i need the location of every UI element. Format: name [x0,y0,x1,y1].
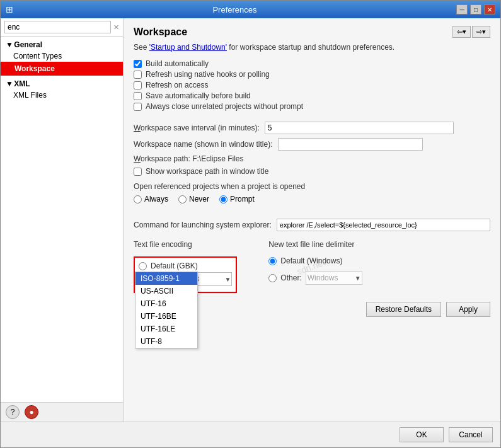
search-clear-icon[interactable]: ✕ [113,23,119,32]
restore-defaults-button[interactable]: Restore Defaults [366,302,441,317]
back-button[interactable]: ⇦ ▾ [452,26,471,38]
tree-item-xml[interactable]: ▼ XML [1,78,123,89]
titlebar: ⊞ Preferences ─ □ ✕ [1,1,500,18]
command-input[interactable] [277,219,490,231]
encoding-option-utf16be[interactable]: UTF-16BE [135,310,197,323]
command-row: Command for launching system explorer: [134,219,490,231]
radio-always-label: Always [144,195,168,204]
save-interval-input[interactable] [265,122,454,134]
encoding-option-utf8[interactable]: UTF-8 [135,335,197,348]
default-delimiter-radio[interactable] [268,257,277,265]
command-label: Command for launching system explorer: [134,221,272,229]
titlebar-left: ⊞ [6,4,13,14]
encoding-delimiter-section: sdn.net/ Text file encoding Default (GBK… [134,240,490,293]
encoding-option-utf16le[interactable]: UTF-16LE [135,323,197,335]
workspace-name-row: Workspace name (shown in window title): [134,138,490,151]
text-encoding-label: Text file encoding [134,240,237,249]
cancel-button[interactable]: Cancel [449,427,493,442]
workspace-name-label: Workspace name (shown in window title): [134,140,273,149]
tree-item-xml-files[interactable]: XML Files [1,89,123,101]
workspace-path-row: Workspace path: F:\Eclipse Files [134,154,490,163]
open-projects-label: Open referenced projects when a project … [134,182,490,191]
save-interval-label: Workspace save interval (in minutes): [134,123,260,132]
workspace-name-input[interactable] [278,138,423,151]
tree-item-workspace[interactable]: Workspace [1,62,123,76]
minimize-button[interactable]: ─ [456,4,468,14]
apply-button[interactable]: Apply [446,302,490,317]
expand-icon-xml: ▼ [6,79,12,88]
build-automatically-checkbox[interactable] [134,60,142,68]
close-button[interactable]: ✕ [484,4,495,14]
open-projects-section: Open referenced projects when a project … [134,182,490,204]
right-panel: Workspace ⇦ ▾ ⇨ ▾ See 'Startup and Shutd… [124,18,500,422]
startup-link[interactable]: 'Startup and Shutdown' [149,43,227,52]
tree-item-general[interactable]: ▼ General [1,39,123,50]
encoding-dropdown-list: ISO-8859-1 US-ASCII UTF-16 UTF-16BE UTF-… [135,272,198,348]
refresh-native-label: Refresh using native hooks or polling [146,70,270,79]
show-path-checkbox[interactable] [134,168,142,176]
close-unrelated-label: Always close unrelated projects without … [146,102,303,111]
refresh-access-checkbox[interactable] [134,81,142,89]
other-delimiter-radio[interactable] [268,274,277,282]
forward-button[interactable]: ⇨ ▾ [472,26,490,38]
stop-icon: ● [29,408,33,416]
stop-button[interactable]: ● [25,405,38,419]
search-bar: ✕ [1,18,123,37]
workspace-label: Workspace [14,64,55,73]
encoding-option-utf16[interactable]: UTF-16 [135,297,197,310]
encoding-option-iso[interactable]: ISO-8859-1 [135,272,197,285]
default-encoding-radio[interactable] [139,262,147,270]
xml-label: XML [14,79,30,88]
radio-group: Always Never Prompt [134,195,490,204]
tree-item-content-types[interactable]: Content Types [1,50,123,62]
xml-files-label: XML Files [13,91,47,100]
show-path-row: Show workspace path in window title [134,167,490,176]
checkbox-refresh-native: Refresh using native hooks or polling [134,70,490,79]
build-automatically-label: Build automatically [146,59,209,68]
delimiter-col: New text file line delimiter Default (Wi… [268,240,362,287]
default-delimiter-label: Default (Windows) [280,256,342,265]
tree-area: ▼ General Content Types Workspace ▼ XML … [1,37,123,402]
other-delimiter-label: Other: [280,273,301,282]
workspace-path-value: F:\Eclipse Files [192,154,243,163]
help-button[interactable]: ? [6,405,20,419]
checkbox-build: Build automatically [134,59,490,68]
default-encoding-label: Default (GBK) [151,261,198,270]
radio-always-input[interactable] [134,195,142,204]
default-delimiter-row: Default (Windows) [268,256,362,265]
help-icon: ? [11,408,15,416]
search-input[interactable] [4,21,111,33]
radio-never-label: Never [189,195,209,204]
new-delimiter-label: New text file line delimiter [268,240,362,249]
radio-prompt-input[interactable] [219,195,227,204]
preferences-window: ⊞ Preferences ─ □ ✕ ✕ ▼ General Content … [0,0,501,448]
nav-arrows: ⇦ ▾ ⇨ ▾ [452,26,490,38]
checkbox-refresh-access: Refresh on access [134,81,490,89]
delimiter-select[interactable]: Windows [306,271,362,285]
close-unrelated-checkbox[interactable] [134,103,142,111]
show-path-label: Show workspace path in window title [146,167,268,176]
radio-never: Never [178,195,209,204]
other-delimiter-row: Other: Windows ▼ [268,271,362,285]
checkboxes-section: Build automatically Refresh using native… [134,59,490,113]
content-types-label: Content Types [13,52,62,60]
encoding-box: Default (GBK) Other: UTF-8 ISO-8859-1 US… [134,256,237,293]
forward-arrow-down: ▾ [482,28,486,36]
general-label: General [14,40,42,49]
maximize-button[interactable]: □ [470,4,481,14]
encoding-option-usascii[interactable]: US-ASCII [135,285,197,297]
refresh-access-label: Refresh on access [146,81,208,89]
refresh-native-checkbox[interactable] [134,71,142,79]
radio-always: Always [134,195,168,204]
window-title: Preferences [13,5,456,14]
checkbox-save-auto: Save automatically before build [134,91,490,100]
save-auto-label: Save automatically before build [146,91,251,100]
encoding-col: Text file encoding Default (GBK) Other: … [134,240,237,293]
app-icon: ⊞ [6,4,13,14]
delimiter-dropdown-container: Windows ▼ [306,271,362,285]
radio-prompt-label: Prompt [230,195,255,204]
radio-never-input[interactable] [178,195,187,204]
ok-button[interactable]: OK [400,427,444,442]
workspace-path-label: Workspace path: [134,154,192,163]
save-auto-checkbox[interactable] [134,92,142,100]
